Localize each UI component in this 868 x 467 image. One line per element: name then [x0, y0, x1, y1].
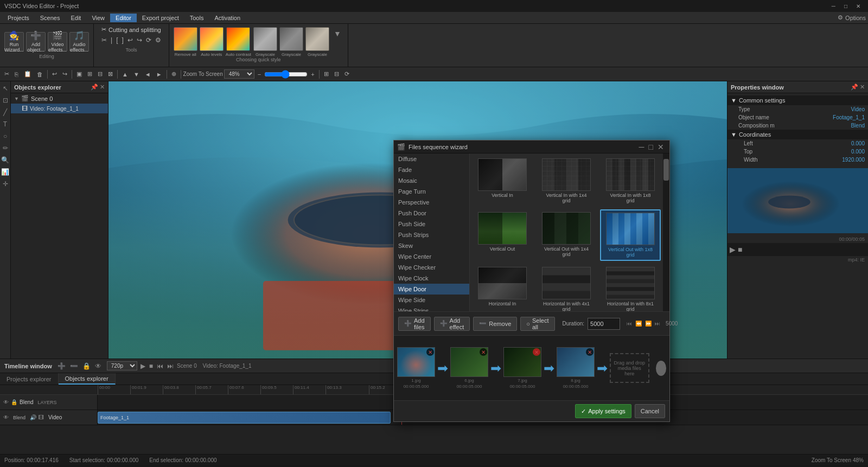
- resolution-select[interactable]: 720p 1080p: [107, 361, 137, 370]
- nav-next-btn[interactable]: ⏭: [655, 321, 660, 327]
- menu-projects[interactable]: Projects: [2, 14, 35, 22]
- transition-page-turn[interactable]: Page Turn: [394, 186, 469, 197]
- zoom-slider[interactable]: [264, 70, 308, 79]
- trim-right-icon[interactable]: ]: [120, 35, 124, 45]
- tl-next-frame-btn[interactable]: ⏭: [166, 362, 175, 370]
- cut-btn2[interactable]: ✂: [2, 69, 11, 79]
- zoom-out-btn[interactable]: −: [256, 70, 263, 79]
- transition-fade[interactable]: Fade: [394, 164, 469, 175]
- paste-btn[interactable]: 📋: [22, 69, 34, 79]
- transition-mosaic[interactable]: Mosaic: [394, 175, 469, 186]
- style-more-button[interactable]: ▼: [331, 29, 343, 38]
- tl-play-btn[interactable]: ▶: [139, 362, 146, 370]
- audio-effects-button[interactable]: 🎵 Audioeffects...: [69, 32, 89, 52]
- dialog-minimize-btn[interactable]: ─: [637, 143, 647, 151]
- tl-lock-btn[interactable]: 🔒: [81, 362, 92, 370]
- window-minimize[interactable]: ─: [828, 3, 839, 9]
- undo-btn2[interactable]: ↩: [50, 69, 59, 79]
- film-arrow-1[interactable]: ➡: [437, 361, 448, 376]
- duration-input[interactable]: [588, 318, 620, 330]
- film-remove-4[interactable]: ✕: [586, 348, 593, 356]
- zoom-select[interactable]: 48% 100% 50%: [224, 69, 254, 79]
- film-thumb-4[interactable]: ✕: [557, 347, 595, 377]
- transition-vertical-in[interactable]: Vertical In: [472, 156, 533, 206]
- transition-wipe-side[interactable]: Wipe Side: [394, 295, 469, 305]
- dialog-scrollbar-thumb[interactable]: [663, 159, 669, 181]
- snap-btn[interactable]: ⊕: [169, 69, 178, 79]
- select-all-button[interactable]: ○ Select all: [520, 317, 554, 331]
- film-thumb-1[interactable]: ✕: [397, 347, 435, 377]
- up-btn[interactable]: ▲: [120, 70, 130, 79]
- line-icon[interactable]: ╱: [2, 107, 8, 117]
- prop-close-icon[interactable]: ✕: [860, 84, 865, 91]
- nav-next-step-btn[interactable]: ⏩: [645, 321, 652, 327]
- window-maximize[interactable]: □: [841, 3, 851, 9]
- tab-objects-explorer[interactable]: Objects explorer: [59, 373, 116, 385]
- eye-icon-video[interactable]: 👁: [3, 414, 9, 420]
- transition-wipe-checker[interactable]: Wipe Checker: [394, 262, 469, 273]
- eye-icon-com[interactable]: 👁: [3, 399, 9, 405]
- transition-wipe-door[interactable]: Wipe Door: [394, 284, 469, 295]
- transition-vertical-out-1x8[interactable]: Vertical Out with 1x8 grid: [600, 209, 661, 261]
- common-settings-header[interactable]: ▼ Common settings: [727, 95, 868, 105]
- undo-icon[interactable]: ↩: [126, 35, 134, 45]
- scene-tree-item[interactable]: ▼ 🎬 Scene 0: [11, 93, 108, 104]
- remove-button[interactable]: ➖ Remove: [473, 317, 517, 331]
- tl-prev-frame-btn[interactable]: ⏮: [156, 362, 164, 370]
- align-btn[interactable]: ⊟: [95, 69, 105, 79]
- zoom-icon[interactable]: 🔍: [0, 155, 10, 165]
- video-effects-button[interactable]: 🎬 Videoeffects...: [48, 32, 67, 52]
- add-object-button[interactable]: ➕ Addobject...: [26, 32, 46, 52]
- film-arrow-3[interactable]: ➡: [544, 361, 554, 376]
- transition-push-side[interactable]: Push Side: [394, 219, 469, 229]
- menu-editor[interactable]: Editor: [110, 14, 137, 22]
- film-arrow-2[interactable]: ➡: [490, 361, 501, 376]
- drag-drop-area[interactable]: Drag and drop media files here: [610, 353, 649, 383]
- style-thumb-auto-levels[interactable]: [200, 27, 224, 51]
- snap-grid-btn[interactable]: ⊟: [332, 69, 341, 79]
- film-arrow-4[interactable]: ➡: [597, 361, 608, 376]
- redo-icon[interactable]: ↪: [136, 35, 143, 45]
- chart-icon[interactable]: 📊: [0, 167, 10, 177]
- film-remove-3[interactable]: ✕: [533, 348, 540, 356]
- settings-icon[interactable]: ⚙: [154, 35, 162, 45]
- transition-diffuse[interactable]: Diffuse: [394, 153, 469, 164]
- trim-icon[interactable]: [: [115, 35, 119, 45]
- film-remove-1[interactable]: ✕: [426, 348, 434, 356]
- pen-icon[interactable]: ✏: [2, 143, 9, 153]
- menu-tools[interactable]: Tools: [184, 14, 209, 22]
- style-thumb-remove-all[interactable]: [174, 27, 197, 51]
- transition-horizontal-in-8x1[interactable]: Horizontal In with 8x1 grid: [600, 264, 661, 311]
- transition-wipe-strips[interactable]: Wipe Strips: [394, 305, 469, 311]
- transition-vertical-in-1x8[interactable]: Vertical In with 1x8 grid: [600, 156, 661, 206]
- close-panel-icon[interactable]: ✕: [100, 84, 105, 91]
- preview-stop-btn[interactable]: ■: [738, 245, 742, 254]
- tl-eye-btn[interactable]: 👁: [94, 362, 103, 370]
- layers-btn[interactable]: LAYERS: [38, 400, 57, 405]
- transition-vertical-in-1x4[interactable]: Vertical In with 1x4 grid: [536, 156, 597, 206]
- dialog-maximize-btn[interactable]: □: [647, 143, 655, 151]
- film-thumb-2[interactable]: ✕: [450, 347, 488, 377]
- right-btn[interactable]: ►: [154, 70, 164, 79]
- transition-vertical-out-1x4[interactable]: Vertical Out with 1x4 grid: [536, 209, 597, 261]
- menu-view[interactable]: View: [86, 14, 110, 22]
- transition-push-door[interactable]: Push Door: [394, 208, 469, 219]
- crop-icon[interactable]: ⊡: [2, 95, 9, 105]
- grid-btn[interactable]: ⊞: [322, 69, 331, 79]
- style-thumb-grayscale3[interactable]: [305, 27, 329, 51]
- transition-wipe-center[interactable]: Wipe Center: [394, 251, 469, 262]
- add-files-button[interactable]: ➕ Add files: [398, 317, 431, 331]
- tl-minus-btn[interactable]: ➖: [69, 362, 79, 370]
- menu-scenes[interactable]: Scenes: [35, 14, 66, 22]
- tl-add-btn[interactable]: ➕: [56, 362, 67, 370]
- apply-settings-button[interactable]: ✓ Apply settings: [575, 404, 631, 418]
- tl-stop-btn[interactable]: ■: [148, 362, 154, 370]
- arrange-btn[interactable]: ⊠: [106, 69, 115, 79]
- transition-push-strips[interactable]: Push Strips: [394, 229, 469, 240]
- tab-projects-explorer[interactable]: Projects explorer: [0, 373, 59, 385]
- shape-icon[interactable]: ○: [2, 131, 8, 141]
- left-btn[interactable]: ◄: [143, 70, 153, 79]
- nav-prev-step-btn[interactable]: ⏪: [635, 321, 642, 327]
- redo-btn2[interactable]: ↪: [60, 69, 69, 79]
- window-close[interactable]: ✕: [853, 3, 864, 9]
